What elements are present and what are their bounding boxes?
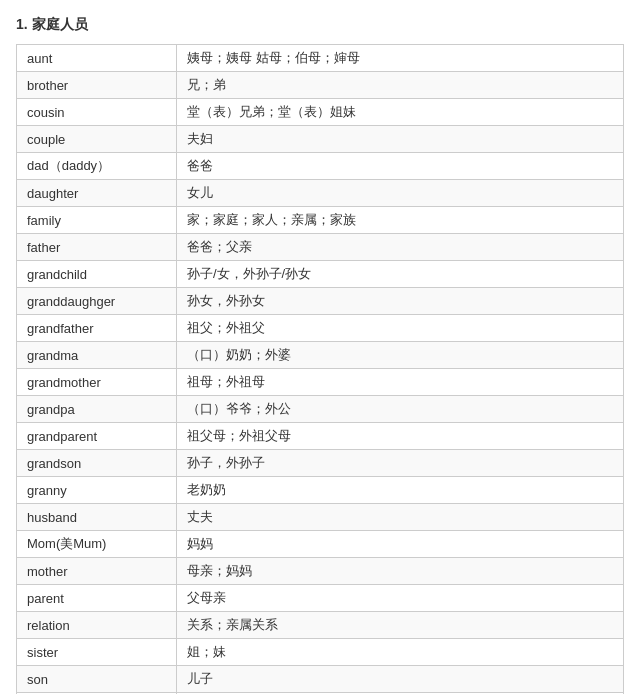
table-row: grandmother祖母；外祖母 [17, 369, 624, 396]
table-row: grandson孙子，外孙子 [17, 450, 624, 477]
term-cell: grandfather [17, 315, 177, 342]
term-cell: grandson [17, 450, 177, 477]
table-row: grandchild孙子/女，外孙子/孙女 [17, 261, 624, 288]
translation-cell: 姐；妹 [177, 639, 624, 666]
translation-cell: 爸爸 [177, 153, 624, 180]
translation-cell: 儿子 [177, 666, 624, 693]
table-row: husband丈夫 [17, 504, 624, 531]
table-row: brother兄；弟 [17, 72, 624, 99]
translation-cell: 孙子，外孙子 [177, 450, 624, 477]
term-cell: son [17, 666, 177, 693]
table-row: father爸爸；父亲 [17, 234, 624, 261]
table-row: grandparent祖父母；外祖父母 [17, 423, 624, 450]
table-row: grandfather祖父；外祖父 [17, 315, 624, 342]
table-row: mother母亲；妈妈 [17, 558, 624, 585]
translation-cell: （口）奶奶；外婆 [177, 342, 624, 369]
term-cell: brother [17, 72, 177, 99]
term-cell: parent [17, 585, 177, 612]
term-cell: aunt [17, 45, 177, 72]
term-cell: grandparent [17, 423, 177, 450]
translation-cell: 祖父；外祖父 [177, 315, 624, 342]
term-cell: daughter [17, 180, 177, 207]
term-cell: mother [17, 558, 177, 585]
translation-cell: 爸爸；父亲 [177, 234, 624, 261]
translation-cell: 姨母；姨母 姑母；伯母；婶母 [177, 45, 624, 72]
translation-cell: 兄；弟 [177, 72, 624, 99]
table-row: dad（daddy）爸爸 [17, 153, 624, 180]
term-cell: Mom(美Mum) [17, 531, 177, 558]
table-row: relation关系；亲属关系 [17, 612, 624, 639]
term-cell: granny [17, 477, 177, 504]
term-cell: grandpa [17, 396, 177, 423]
translation-cell: 母亲；妈妈 [177, 558, 624, 585]
translation-cell: 夫妇 [177, 126, 624, 153]
table-row: daughter女儿 [17, 180, 624, 207]
term-cell: grandchild [17, 261, 177, 288]
section-title: 1. 家庭人员 [16, 16, 624, 34]
term-cell: husband [17, 504, 177, 531]
term-cell: cousin [17, 99, 177, 126]
table-row: parent父母亲 [17, 585, 624, 612]
table-row: granny老奶奶 [17, 477, 624, 504]
translation-cell: 堂（表）兄弟；堂（表）姐妹 [177, 99, 624, 126]
translation-cell: 孙女，外孙女 [177, 288, 624, 315]
translation-cell: 女儿 [177, 180, 624, 207]
vocabulary-table: aunt姨母；姨母 姑母；伯母；婶母brother兄；弟cousin堂（表）兄弟… [16, 44, 624, 694]
table-row: family家；家庭；家人；亲属；家族 [17, 207, 624, 234]
translation-cell: 妈妈 [177, 531, 624, 558]
term-cell: grandma [17, 342, 177, 369]
translation-cell: 父母亲 [177, 585, 624, 612]
term-cell: grandmother [17, 369, 177, 396]
translation-cell: 祖母；外祖母 [177, 369, 624, 396]
translation-cell: 关系；亲属关系 [177, 612, 624, 639]
table-row: aunt姨母；姨母 姑母；伯母；婶母 [17, 45, 624, 72]
term-cell: family [17, 207, 177, 234]
translation-cell: 祖父母；外祖父母 [177, 423, 624, 450]
table-row: cousin堂（表）兄弟；堂（表）姐妹 [17, 99, 624, 126]
term-cell: sister [17, 639, 177, 666]
table-row: Mom(美Mum)妈妈 [17, 531, 624, 558]
table-row: grandpa（口）爷爷；外公 [17, 396, 624, 423]
table-row: grandma（口）奶奶；外婆 [17, 342, 624, 369]
translation-cell: （口）爷爷；外公 [177, 396, 624, 423]
term-cell: granddaughger [17, 288, 177, 315]
table-row: sister姐；妹 [17, 639, 624, 666]
term-cell: father [17, 234, 177, 261]
translation-cell: 孙子/女，外孙子/孙女 [177, 261, 624, 288]
table-row: son儿子 [17, 666, 624, 693]
table-row: granddaughger孙女，外孙女 [17, 288, 624, 315]
translation-cell: 丈夫 [177, 504, 624, 531]
translation-cell: 家；家庭；家人；亲属；家族 [177, 207, 624, 234]
translation-cell: 老奶奶 [177, 477, 624, 504]
term-cell: relation [17, 612, 177, 639]
term-cell: couple [17, 126, 177, 153]
table-row: couple夫妇 [17, 126, 624, 153]
term-cell: dad（daddy） [17, 153, 177, 180]
